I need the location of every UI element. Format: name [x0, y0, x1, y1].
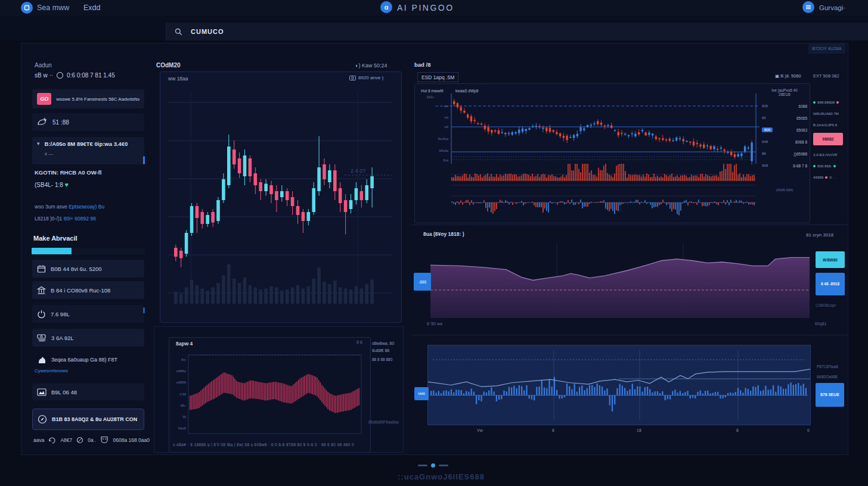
- sidebar-note-4: L8218 )0-/)1 80i+ 60892 98: [35, 216, 96, 222]
- ladder-size: ()65988: [794, 152, 807, 156]
- footer-label[interactable]: aava: [33, 437, 44, 443]
- divider: [411, 335, 847, 335]
- sidebar-dropdown[interactable]: ▾ B:/A05o 8M 89€T€ 0ip:wa 3.4€0 4 —: [32, 137, 144, 164]
- green-dot-icon: [813, 165, 816, 167]
- ext-label: EXT 508 082: [813, 73, 839, 79]
- note-4-link[interactable]: 80i+ 60892 98: [64, 216, 96, 222]
- area-bottom-right: 60q81: [815, 322, 826, 326]
- search-value: CUMUCO: [191, 28, 224, 35]
- brand-logo-icon[interactable]: [21, 2, 33, 14]
- date-label[interactable]: ▣ B )8. 5060: [775, 73, 801, 79]
- ladder-row[interactable]: 9088-68 7 8: [762, 160, 807, 172]
- momentum-chart[interactable]: 8mw888aw88884.8898+398aw8: [172, 351, 366, 440]
- details-button[interactable]: 878 0EUE: [816, 383, 844, 407]
- nav-menu-item[interactable]: Exdd: [83, 4, 101, 12]
- menu-item-label: B1B 83 8A0Q2 & 8u AU28TR CON: [52, 416, 137, 422]
- footer-watermark: ::ucaGnwoJ6llES688: [346, 472, 537, 481]
- nav-user-label[interactable]: Gurvagi·: [819, 4, 845, 11]
- menu-item-label: B0B 44 8vi 6u. 5200: [51, 266, 102, 272]
- page-indicator-active[interactable]: [431, 463, 435, 468]
- card-title-right[interactable]: 8920 anve ): [349, 75, 383, 80]
- search-input[interactable]: CUMUCO: [166, 23, 868, 40]
- buy-button[interactable]: W/8W80: [816, 251, 845, 268]
- top-navbar: Sea mww Exdd ɑ AI PINGOO Gurvagi·: [0, 0, 868, 16]
- footer-label[interactable]: A8€7: [60, 437, 72, 443]
- sidebar-item-whale[interactable]: 51 :88: [32, 113, 144, 131]
- refresh-icon[interactable]: [48, 437, 56, 444]
- ladder-row[interactable]: 6056088: [762, 100, 807, 112]
- toolbar: CUMUCO: [0, 15, 868, 40]
- ladder-size: 8068 8: [795, 140, 807, 144]
- area-bottom-left: 8 '80 wa: [427, 322, 442, 326]
- order-actions: 888.88608 W8U8UA80 7M B.2AA/2/JP6 8 9868…: [813, 100, 847, 185]
- progress-bar: [32, 248, 145, 254]
- momentum-legend: 88 8 88 880: [372, 357, 392, 362]
- action-label: B.2AA/2/JP6 8: [813, 123, 837, 127]
- action-row[interactable]: 3.0-E3:/VU/VR: [813, 152, 847, 157]
- area-chart[interactable]: [430, 242, 810, 318]
- panel-title-right: 81 cryn 3018: [806, 232, 833, 238]
- sidebar-item-bank[interactable]: B 84 i CO80v8 Ruc-108: [32, 281, 144, 299]
- scrollbar-thumb[interactable]: [143, 307, 145, 313]
- sidebar-item-promo[interactable]: GO wsswe 5.8% Fansinests 58C Aadvdsfswe.: [32, 89, 144, 108]
- note-3-link[interactable]: Eptseseoay) Bu: [69, 204, 104, 210]
- page-indicator[interactable]: [418, 465, 427, 466]
- momentum-right-1: d8w8wa, 80: [372, 341, 394, 345]
- action-row[interactable]: W8U8UA80 7M: [813, 111, 847, 116]
- sidebar-item-knight[interactable]: 3eqea 6a0uaup Ga 88) F8T: [32, 351, 144, 368]
- volume-chart[interactable]: [427, 345, 811, 425]
- ladder-size: 65063: [796, 128, 807, 132]
- momentum-right-small: 8 8: [356, 340, 362, 344]
- right-candlestick-chart[interactable]: wwwaw88wu8uaW8u8a8ua: [417, 85, 760, 220]
- panel-title: COdM20: [156, 62, 181, 68]
- sidebar-item-chart[interactable]: B9L 06 48: [32, 384, 144, 400]
- sidebar-item-schedule[interactable]: B0B 44 8vi 6u. 5200: [32, 260, 144, 278]
- candlestick-chart[interactable]: 2 4 0?: [168, 86, 392, 307]
- action-row[interactable]: B.2AA/2/JP6 8: [813, 123, 847, 127]
- chart-overlay-3: kwaaS dWp8: [455, 89, 478, 93]
- footer-label[interactable]: 0608a 168 0aa0: [113, 437, 149, 443]
- action-row[interactable]: 888.88608: [813, 100, 847, 104]
- sidebar-link[interactable]: Cywesnrtsnows: [35, 368, 68, 373]
- mask-icon[interactable]: [100, 436, 108, 444]
- momentum-title: 8apw 4: [176, 341, 193, 347]
- scrollbar-thumb[interactable]: [143, 156, 145, 164]
- green-dot-icon: [813, 101, 816, 104]
- heart-icon: ♥: [65, 181, 69, 188]
- svg-text:w8: w8: [445, 125, 449, 129]
- sidebar-item-cash[interactable]: 3 6A 92L: [32, 329, 144, 347]
- panel-title: 8ua (8¥oy 1818: ): [423, 231, 464, 237]
- ladder-size: 8-68 7 8: [793, 164, 807, 168]
- trade-button[interactable]: 8 48 -8918: [816, 273, 845, 295]
- x-tick-label: 8: [736, 428, 739, 432]
- note-icon: [24, 5, 30, 11]
- action-label: 806 868:: [817, 164, 832, 168]
- circle-icon[interactable]: [76, 437, 83, 444]
- action-row[interactable]: 806 868:: [813, 164, 847, 168]
- svg-text:39: 39: [182, 415, 186, 419]
- x-tick-label: 18: [637, 428, 641, 432]
- ladder-row[interactable]: 6488068 8: [762, 136, 807, 148]
- action-row[interactable]: 499980 · ·: [813, 175, 847, 179]
- bank-icon: [37, 286, 46, 295]
- ladder-row-active[interactable]: 80865063: [762, 124, 807, 136]
- axis-badge: -888: [414, 273, 431, 291]
- sidebar-item-power[interactable]: 7.6 98L: [32, 305, 144, 323]
- svg-text:8wu8ua: 8wu8ua: [438, 137, 448, 141]
- half-moon-icon: ◐): [355, 63, 362, 68]
- footer-label[interactable]: 0a .: [88, 437, 96, 443]
- nav-brand-label[interactable]: Sea mww: [37, 4, 69, 12]
- compass-icon: [38, 415, 47, 424]
- ladder-row[interactable]: 6565065: [762, 112, 807, 124]
- page-indicator[interactable]: [439, 465, 448, 466]
- panel-title-right: ◐) Kaw 50:24: [355, 63, 387, 68]
- note-2-text: (SB4L- 1:8: [35, 182, 63, 188]
- user-menu-icon[interactable]: [802, 1, 814, 13]
- chevron-down-icon: ▾: [37, 141, 40, 147]
- action-label: 49998: [813, 175, 823, 179]
- sidebar-item-account[interactable]: B1B 83 8A0Q2 & 8u AU28TR CON: [32, 409, 144, 430]
- symbol-selector[interactable]: ESD 1apq .5M: [417, 72, 458, 82]
- volume-right-1: P8TC8Twa8: [817, 364, 838, 369]
- ladder-row[interactable]: 88()65988: [762, 148, 807, 160]
- sell-button[interactable]: 98682: [813, 133, 843, 145]
